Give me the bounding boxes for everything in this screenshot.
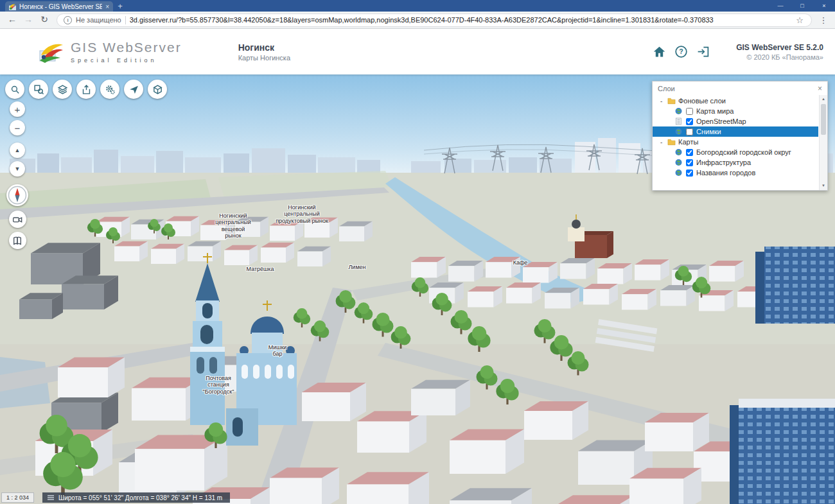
layers-tree: - Фоновые слои Карта мира [653,95,827,178]
tilt-down-button[interactable]: ▼ [10,161,25,177]
area-search-button[interactable] [29,80,48,99]
maximize-button[interactable]: □ [791,0,813,12]
layer-group-row[interactable]: - Фоновые слои [653,96,818,106]
layer-group-label: Фоновые слои [678,97,726,105]
layer-label: Карта мира [696,107,734,115]
layer-label: Названия городов [696,169,755,177]
header-actions: ? GIS WebServer SE 5.2.0 © 2020 КБ «Пано… [653,43,826,61]
map-2d-button[interactable] [9,232,26,249]
tilt-up-button[interactable]: ▲ [10,143,25,158]
home-button[interactable] [653,45,666,58]
scroll-up-icon[interactable]: ▲ [820,95,827,103]
layer-row[interactable]: Названия городов [653,168,818,178]
layer-group-row[interactable]: - Карты [653,137,818,147]
version-block: GIS WebServer SE 5.2.0 © 2020 КБ «Панора… [736,43,823,61]
send-icon [128,84,139,95]
scroll-down-icon[interactable]: ▼ [820,182,827,190]
scale-indicator[interactable]: 1 : 2 034 [1,492,34,503]
globe-layer-icon [674,148,683,156]
zoom-out-button[interactable]: − [10,120,25,135]
coordinates-status-bar: Широта = 055° 51' 32" Долгота = 038° 26'… [42,492,230,503]
cube-3d-icon [152,84,163,95]
map-viewport: Ногинский центральный вещевой рынок Ноги… [0,74,835,504]
compass-control[interactable] [6,184,28,206]
home-icon [653,45,666,58]
layers-panel-header: Слои × [653,82,827,95]
browser-addressbar: ← → ↻ i Не защищено 3d.gisserver.ru/?b=5… [0,12,835,29]
app-header: GIS WebServer Special Edition Ногинск Ка… [0,29,835,74]
layers-button[interactable] [53,80,72,99]
window-controls: — □ × [769,0,835,12]
app-logo-block[interactable]: GIS WebServer Special Edition [37,39,182,65]
locate-button[interactable] [124,80,143,99]
view-3d-button[interactable] [148,80,167,99]
back-button[interactable]: ← [5,13,19,27]
compass-icon [8,186,27,205]
help-icon: ? [674,45,688,58]
layers-icon [57,84,68,95]
layer-label: Снимки [696,128,721,135]
omnibox-divider [125,16,126,24]
area-search-icon [33,84,44,95]
svg-text:?: ? [679,48,683,55]
layer-row[interactable]: Инфраструктура [653,157,818,168]
site-info-icon[interactable]: i [64,16,72,24]
tab-close-icon[interactable]: × [105,3,109,10]
site-title: Ногинск [238,42,290,53]
collapse-icon[interactable]: - [660,98,665,105]
browser-window: Ногинск - GIS WebServer SE 5.2 × + — □ ×… [0,0,835,504]
globe-layer-icon [674,107,683,115]
layer-row-selected[interactable]: Снимки [653,126,818,137]
close-button[interactable]: × [813,0,835,12]
browser-titlebar: Ногинск - GIS WebServer SE 5.2 × + — □ × [0,0,835,12]
help-button[interactable]: ? [674,45,688,58]
app-logo-subtitle: Special Edition [71,57,182,64]
atlas-book-icon [12,236,22,246]
folder-icon [667,138,676,146]
panel-close-icon[interactable]: × [818,85,822,92]
browser-menu-icon[interactable]: ⋮ [817,15,830,25]
camera-view-button[interactable] [9,211,26,228]
search-button[interactable] [5,80,24,99]
tab-title: Ногинск - GIS WebServer SE 5.2 [19,3,102,10]
login-icon [696,45,710,58]
layer-checkbox[interactable] [686,128,693,135]
scrollbar-thumb[interactable] [821,104,826,135]
bookmark-star-icon[interactable]: ☆ [795,15,805,25]
layer-checkbox[interactable] [686,118,693,125]
browser-tab[interactable]: Ногинск - GIS WebServer SE 5.2 × [5,1,113,12]
layer-checkbox[interactable] [686,169,693,177]
coordinates-text: Широта = 055° 51' 32" Долгота = 038° 26'… [58,494,222,501]
grip-icon [48,494,54,501]
layer-label: Инфраструктура [696,159,751,166]
layer-checkbox[interactable] [686,149,693,156]
collapse-icon[interactable]: - [660,139,665,146]
folder-icon [667,97,676,105]
layer-row[interactable]: OpenStreetMap [653,116,818,126]
new-tab-button[interactable]: + [113,1,127,12]
security-label[interactable]: Не защищено [76,16,121,24]
settings-button[interactable] [100,80,119,99]
minimize-button[interactable]: — [769,0,791,12]
layer-group-label: Карты [678,138,698,146]
camera-icon [12,214,22,225]
url-bar[interactable]: i Не защищено 3d.gisserver.ru/?b=55.8577… [57,13,812,27]
search-icon [10,84,21,95]
layer-row[interactable]: Богородский городской округ [653,147,818,157]
globe-layer-icon [674,128,683,135]
map-side-controls: + − ▲ ▼ [6,101,28,253]
layer-checkbox[interactable] [686,159,693,166]
site-subtitle: Карты Ногинска [238,54,290,62]
reload-button[interactable]: ↻ [37,13,51,27]
export-button[interactable] [76,80,96,99]
panel-scrollbar[interactable]: ▲ ▼ [819,95,827,190]
url-text[interactable]: 3d.gisserver.ru/?b=55.857730&l=38.442050… [130,16,791,24]
login-button[interactable] [696,45,710,58]
zoom-in-button[interactable]: + [10,101,25,117]
layer-row[interactable]: Карта мира [653,106,818,116]
forward-button[interactable]: → [21,13,35,27]
copyright-text: © 2020 КБ «Панорама» [736,53,823,61]
map-toolbar [5,80,167,99]
layer-checkbox[interactable] [686,108,693,115]
globe-layer-icon [674,159,683,166]
